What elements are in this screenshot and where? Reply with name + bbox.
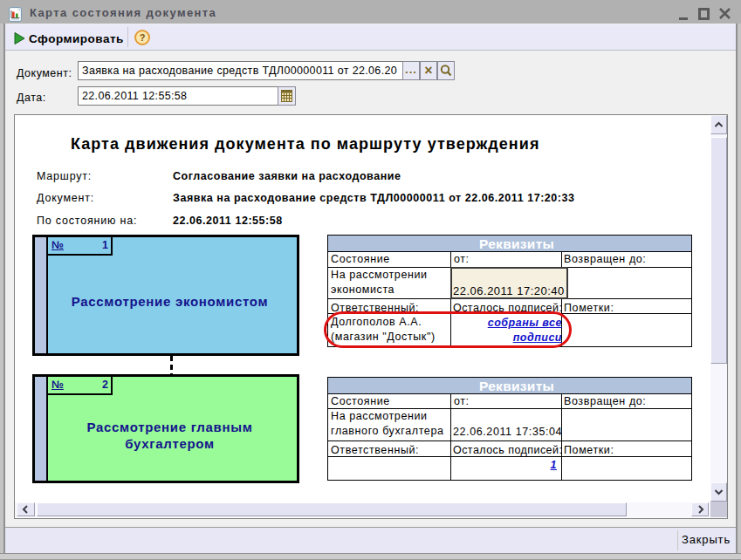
svg-text:?: ? xyxy=(140,32,146,43)
